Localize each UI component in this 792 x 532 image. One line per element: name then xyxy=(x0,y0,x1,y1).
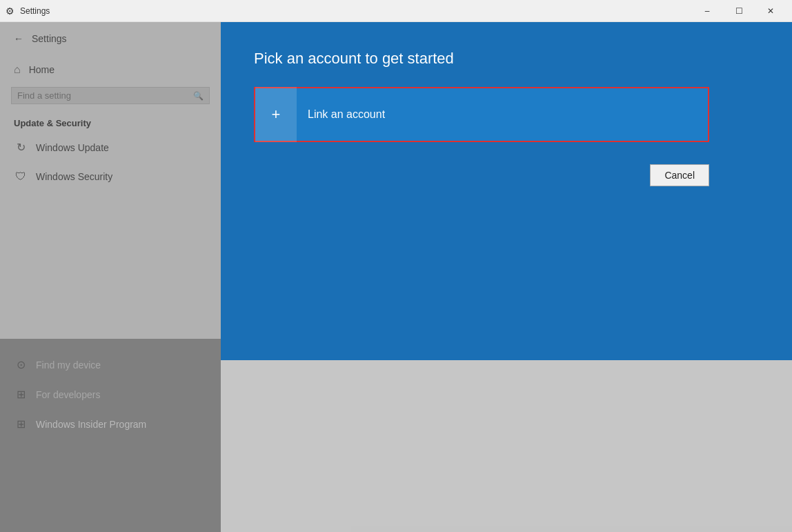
sidebar: ← Settings ⌂ Home 🔍 Update & Security ↻ … xyxy=(0,22,221,532)
main-layout: ← Settings ⌂ Home 🔍 Update & Security ↻ … xyxy=(0,22,792,532)
cancel-button[interactable]: Cancel xyxy=(650,164,709,186)
sidebar-overlay-dim xyxy=(0,22,221,532)
title-bar-controls: – ☐ ✕ xyxy=(691,0,786,22)
link-account-label: Link an account xyxy=(297,108,385,121)
close-button[interactable]: ✕ xyxy=(755,0,786,22)
title-bar: ⚙ Settings – ☐ ✕ xyxy=(0,0,792,22)
maximize-button[interactable]: ☐ xyxy=(723,0,755,22)
dialog: Pick an account to get started + Link an… xyxy=(221,22,792,360)
link-account-row[interactable]: + Link an account xyxy=(254,87,709,142)
title-bar-title: Settings xyxy=(20,6,50,16)
dialog-title: Pick an account to get started xyxy=(254,50,759,68)
settings-icon: ⚙ xyxy=(6,6,14,17)
minimize-button[interactable]: – xyxy=(691,0,723,22)
plus-icon: + xyxy=(255,87,297,142)
title-bar-left: ⚙ Settings xyxy=(6,6,50,17)
content-area: Windows Insider Program Get Insider Prev… xyxy=(221,22,792,532)
